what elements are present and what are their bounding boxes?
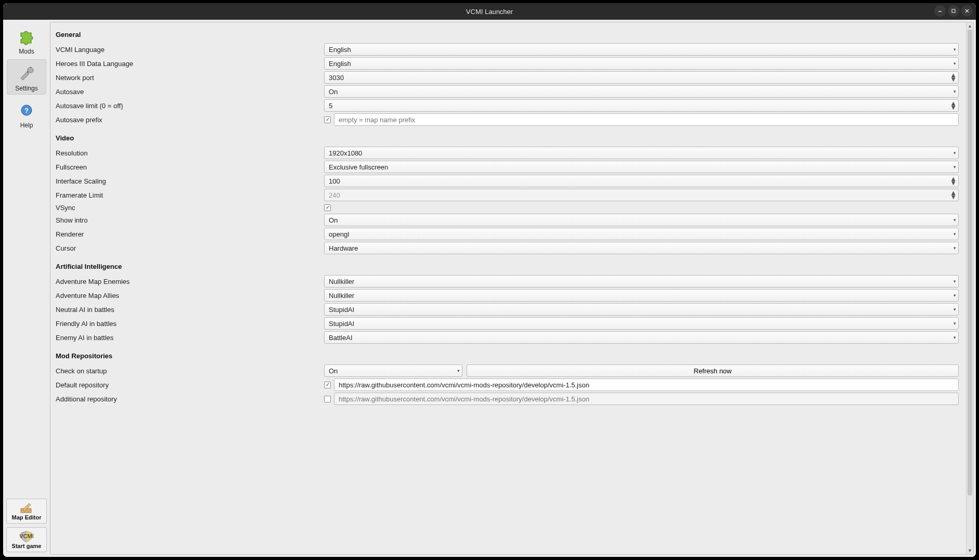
combo-h3-language[interactable]: English▾ — [324, 57, 959, 70]
label-h3-language: Heroes III Data Language — [56, 60, 324, 68]
sidebar-item-label: Mods — [19, 48, 34, 55]
tools-icon — [16, 63, 37, 84]
vertical-scrollbar[interactable]: ▲ ▼ — [966, 22, 973, 554]
chevron-down-icon: ▾ — [954, 304, 956, 315]
sidebar-item-settings[interactable]: Settings — [7, 59, 46, 95]
combo-resolution[interactable]: 1920x1080▾ — [324, 147, 959, 159]
chevron-down-icon: ▾ — [954, 44, 956, 55]
main-panel: General VCMI Language English▾ Heroes II… — [50, 22, 974, 555]
label-cursor: Cursor — [56, 244, 324, 252]
chevron-down-icon: ▾ — [954, 318, 956, 329]
label-autosave: Autosave — [56, 88, 324, 96]
label-check-startup: Check on startup — [56, 367, 324, 375]
maximize-button[interactable] — [948, 5, 959, 17]
sidebar-item-mods[interactable]: Mods — [7, 23, 46, 57]
map-editor-icon — [20, 502, 33, 514]
start-game-button[interactable]: VCMI Start game — [6, 527, 47, 552]
scroll-down-icon[interactable]: ▼ — [967, 547, 973, 554]
chevron-down-icon: ▾ — [954, 228, 956, 240]
label-fullscreen: Fullscreen — [56, 163, 324, 171]
label-autosave-limit: Autosave limit (0 = off) — [56, 102, 324, 110]
combo-enemy-ai[interactable]: BattleAI▾ — [324, 331, 959, 344]
chevron-down-icon: ▾ — [954, 332, 956, 343]
section-video: Video — [56, 127, 959, 146]
chevron-down-icon: ▾ — [954, 58, 956, 69]
label-vcmi-language: VCMI Language — [56, 46, 324, 54]
spin-network-port[interactable]: 3030▲▼ — [324, 71, 959, 84]
scrollbar-thumb[interactable] — [968, 30, 972, 496]
chevron-down-icon: ▾ — [954, 276, 956, 287]
label-renderer: Renderer — [56, 230, 324, 238]
title-bar: VCMI Launcher — [3, 3, 976, 20]
input-default-repo[interactable] — [334, 379, 959, 391]
chevron-down-icon: ▾ — [954, 86, 956, 97]
svg-text:VCMI: VCMI — [20, 532, 33, 539]
label-autosave-prefix: Autosave prefix — [56, 116, 324, 124]
combo-renderer[interactable]: opengl▾ — [324, 228, 959, 240]
label-vsync: VSync — [56, 204, 324, 212]
label-network-port: Network port — [56, 74, 324, 82]
sidebar-item-label: Help — [20, 122, 33, 129]
button-label: Start game — [12, 543, 42, 549]
label-additional-repo: Additional repository — [56, 395, 324, 403]
label-framerate-limit: Framerate Limit — [56, 191, 324, 199]
map-editor-button[interactable]: Map Editor — [6, 499, 47, 524]
combo-check-startup[interactable]: On▾ — [324, 364, 462, 377]
spin-framerate-limit: 240▲▼ — [324, 189, 959, 201]
spin-down-icon[interactable]: ▼ — [950, 106, 957, 110]
combo-autosave[interactable]: On▾ — [324, 85, 959, 98]
refresh-now-button[interactable]: Refresh now — [467, 364, 959, 377]
label-friendly-ai: Friendly AI in battles — [56, 320, 324, 328]
label-interface-scaling: Interface Scaling — [56, 177, 324, 185]
spin-down-icon[interactable]: ▼ — [950, 181, 957, 185]
vcmi-shield-icon: VCMI — [20, 531, 33, 542]
combo-adventure-enemies[interactable]: Nullkiller▾ — [324, 275, 959, 288]
sidebar-item-help[interactable]: ? Help — [7, 97, 46, 131]
minimize-button[interactable] — [934, 5, 946, 17]
close-button[interactable] — [961, 5, 973, 17]
check-autosave-prefix[interactable] — [324, 116, 331, 123]
label-enemy-ai: Enemy AI in battles — [56, 334, 324, 342]
section-repos: Mod Repositories — [56, 345, 959, 364]
input-autosave-prefix[interactable] — [334, 113, 959, 126]
chevron-down-icon: ▾ — [954, 161, 956, 173]
chevron-down-icon: ▾ — [954, 290, 956, 301]
puzzle-icon — [16, 26, 37, 47]
button-label: Map Editor — [12, 514, 42, 520]
label-resolution: Resolution — [56, 149, 324, 157]
combo-adventure-allies[interactable]: Nullkiller▾ — [324, 289, 959, 302]
chevron-down-icon: ▾ — [954, 214, 956, 226]
spin-down-icon[interactable]: ▼ — [950, 77, 957, 82]
combo-neutral-ai[interactable]: StupidAI▾ — [324, 303, 959, 316]
label-adventure-allies: Adventure Map Allies — [56, 292, 324, 299]
chevron-down-icon: ▾ — [457, 365, 460, 376]
spin-interface-scaling[interactable]: 100▲▼ — [324, 175, 959, 187]
combo-friendly-ai[interactable]: StupidAI▾ — [324, 317, 959, 330]
label-show-intro: Show intro — [56, 216, 324, 224]
window-title: VCMI Launcher — [466, 8, 513, 16]
sidebar: Mods Settings ? — [3, 20, 50, 557]
chevron-down-icon: ▾ — [954, 147, 956, 159]
chevron-down-icon: ▾ — [954, 242, 956, 254]
check-vsync[interactable] — [324, 204, 331, 211]
spin-down-icon: ▼ — [950, 195, 957, 199]
help-icon: ? — [16, 100, 37, 121]
label-adventure-enemies: Adventure Map Enemies — [56, 278, 324, 285]
section-general: General — [56, 28, 959, 43]
svg-text:?: ? — [24, 107, 29, 114]
combo-fullscreen[interactable]: Exclusive fullscreen▾ — [324, 161, 959, 173]
label-default-repo: Default repository — [56, 381, 324, 389]
svg-rect-1 — [952, 9, 955, 12]
check-additional-repo[interactable] — [324, 396, 331, 402]
input-additional-repo — [334, 393, 959, 405]
section-ai: Artificial Intelligence — [56, 255, 959, 275]
check-default-repo[interactable] — [324, 382, 331, 388]
label-neutral-ai: Neutral AI in battles — [56, 306, 324, 314]
combo-vcmi-language[interactable]: English▾ — [324, 43, 959, 56]
combo-show-intro[interactable]: On▾ — [324, 214, 959, 226]
spin-autosave-limit[interactable]: 5▲▼ — [324, 99, 959, 112]
sidebar-item-label: Settings — [15, 85, 37, 92]
scroll-up-icon[interactable]: ▲ — [967, 22, 973, 30]
combo-cursor[interactable]: Hardware▾ — [324, 242, 959, 254]
